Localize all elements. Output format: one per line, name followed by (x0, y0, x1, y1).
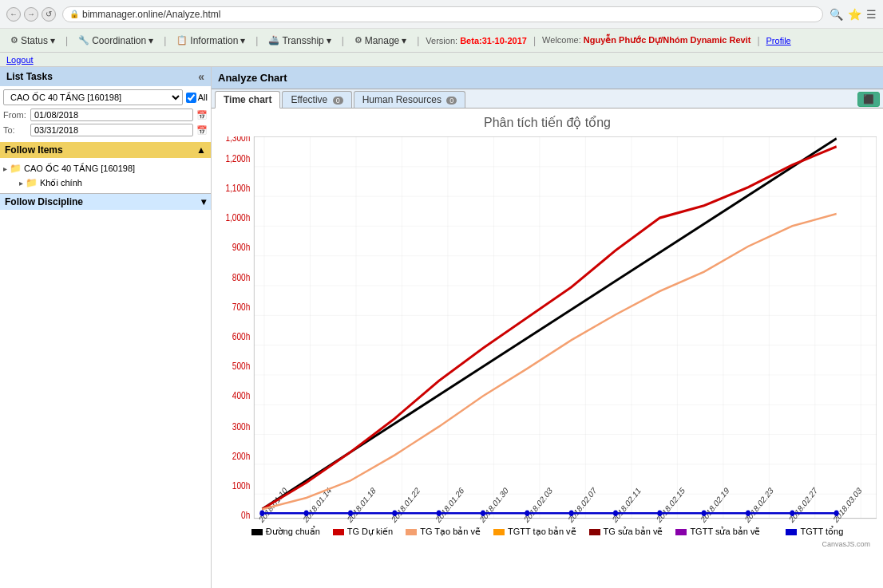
legend-label-3: TGTT tạo bản vẽ (508, 527, 576, 537)
sep1: | (62, 35, 71, 46)
coordination-chevron: ▾ (148, 35, 153, 46)
transship-menu[interactable]: 🚢 Transship ▾ (264, 34, 335, 48)
tree-item-2[interactable]: ▸ 📁 Khối chính (0, 176, 211, 190)
canvasjs-credit: CanvasJS.com (218, 540, 877, 548)
follow-items-label: Follow Items (5, 144, 63, 156)
legend-item-6: TGTT tổng (786, 527, 843, 537)
svg-point-37 (525, 510, 529, 516)
browser-bar: ← → ↺ 🔒 bimmanager.online/Analyze.html 🔍… (0, 0, 883, 29)
status-label: Status (21, 35, 48, 46)
list-tasks-label: List Tasks (6, 71, 53, 82)
tab-time-chart[interactable]: Time chart (215, 91, 280, 109)
reload-button[interactable]: ↺ (42, 7, 56, 22)
transship-chevron: ▾ (327, 35, 331, 46)
follow-items-chevron: ▲ (196, 144, 206, 156)
legend-swatch-3 (493, 529, 505, 535)
legend-item-0: Đường chuẩn (251, 527, 320, 537)
tree-item-label-1: CAO ỐC 40 TẦNG [160198] (24, 164, 135, 174)
svg-point-44 (834, 510, 839, 516)
svg-point-34 (392, 510, 397, 516)
lock-icon: 🔒 (69, 10, 79, 18)
follow-discipline-chevron: ▾ (201, 196, 206, 207)
svg-text:1,300h: 1,300h (225, 136, 250, 144)
address-bar[interactable]: 🔒 bimmanager.online/Analyze.html (62, 6, 823, 22)
content-header: Analyze Chart (212, 67, 883, 89)
svg-text:1,200h: 1,200h (225, 153, 250, 164)
version-value: Beta:31-10-2017 (460, 36, 527, 45)
chart-container: Phân tích tiến độ tổng 0h 100h 200h 300h… (212, 109, 883, 588)
follow-discipline-header[interactable]: Follow Discipline ▾ (0, 193, 211, 210)
svg-text:800h: 800h (232, 272, 250, 282)
from-calendar-icon[interactable]: 📅 (196, 110, 208, 120)
legend-label-6: TGTT tổng (800, 527, 843, 537)
follow-items-header[interactable]: Follow Items ▲ (0, 142, 211, 158)
svg-point-41 (702, 510, 707, 516)
svg-point-40 (657, 510, 662, 516)
svg-point-38 (569, 510, 574, 516)
legend-label-5: TGTT sửa bản vẽ (690, 527, 760, 537)
from-input[interactable]: 01/08/2018 (30, 109, 193, 121)
svg-rect-14 (254, 136, 877, 519)
status-icon: ⚙ (10, 35, 18, 45)
task-section: CAO ỐC 40 TẦNG [160198] All From: 01/08/… (0, 86, 211, 142)
legend-item-2: TG Tạo bản vẽ (406, 527, 481, 537)
sidebar: List Tasks « CAO ỐC 40 TẦNG [160198] All… (0, 67, 212, 588)
tab-effective[interactable]: Effective 0 (282, 91, 351, 108)
logout-link[interactable]: Logout (6, 55, 34, 65)
legend-swatch-0 (251, 529, 263, 535)
browser-actions: 🔍 ⭐ ☰ (830, 8, 877, 21)
transship-icon: 🚢 (268, 35, 279, 45)
menu-icon[interactable]: ☰ (866, 8, 877, 21)
chart-legend: Đường chuẩn TG Dự kiến TG Tạo bản vẽ TGT… (218, 523, 877, 540)
search-icon[interactable]: 🔍 (830, 8, 843, 21)
task-select[interactable]: CAO ỐC 40 TẦNG [160198] (3, 89, 183, 105)
folder-icon-1: 📁 (10, 163, 22, 174)
manage-menu[interactable]: ⚙ Manage ▾ (350, 34, 410, 48)
svg-text:900h: 900h (232, 242, 250, 252)
expand-icon-1[interactable]: ▸ (3, 164, 7, 173)
status-menu[interactable]: ⚙ Status ▾ (6, 34, 59, 48)
expand-icon-2[interactable]: ▸ (19, 179, 23, 187)
tab-effective-badge: 0 (333, 97, 343, 105)
coordination-label: Coordination (92, 35, 146, 46)
sep7: | (754, 35, 762, 46)
all-checkbox-row: All (186, 93, 208, 103)
chart-area: 0h 100h 200h 300h 400h 500h 600h 700h 80… (218, 136, 877, 523)
manage-icon: ⚙ (354, 35, 362, 45)
tab-effective-label: Effective (291, 94, 327, 105)
legend-item-1: TG Dự kiến (333, 527, 393, 537)
welcome-info: Welcome: Nguyễn Phước Dự/Nhóm Dynamic Re… (542, 35, 750, 45)
information-icon: 📋 (176, 35, 188, 45)
follow-items-content: ▸ 📁 CAO ỐC 40 TẦNG [160198] ▸ 📁 Khối chí… (0, 158, 211, 193)
coordination-menu[interactable]: 🔧 Coordination ▾ (74, 34, 157, 48)
forward-button[interactable]: → (24, 7, 38, 22)
profile-link[interactable]: Profile (766, 36, 791, 45)
svg-point-35 (437, 510, 442, 516)
legend-swatch-1 (333, 529, 344, 535)
to-input[interactable]: 03/31/2018 (30, 124, 193, 136)
sep6: | (530, 35, 539, 46)
svg-text:100h: 100h (232, 479, 250, 490)
svg-text:400h: 400h (232, 390, 250, 401)
to-calendar-icon[interactable]: 📅 (196, 125, 208, 136)
svg-point-42 (746, 510, 750, 516)
tree-item-1[interactable]: ▸ 📁 CAO ỐC 40 TẦNG [160198] (0, 161, 211, 176)
bookmark-icon[interactable]: ⭐ (848, 8, 861, 21)
welcome-label: Welcome: (542, 35, 581, 45)
information-menu[interactable]: 📋 Information ▾ (172, 34, 249, 48)
main-layout: List Tasks « CAO ỐC 40 TẦNG [160198] All… (0, 67, 883, 588)
sidebar-header: List Tasks « (0, 67, 211, 86)
version-label: Version: (426, 36, 457, 45)
back-button[interactable]: ← (6, 7, 21, 22)
all-label: All (198, 93, 208, 102)
legend-label-0: Đường chuẩn (266, 527, 320, 537)
collapse-button[interactable]: « (198, 70, 204, 83)
url-text: bimmanager.online/Analyze.html (82, 9, 220, 20)
tab-human-resources[interactable]: Human Resources 0 (354, 91, 466, 108)
legend-label-2: TG Tạo bản vẽ (420, 527, 481, 537)
manage-chevron: ▾ (402, 35, 406, 46)
legend-item-3: TGTT tạo bản vẽ (493, 527, 576, 537)
export-button[interactable]: ⬛ (857, 92, 880, 107)
all-checkbox[interactable] (186, 93, 196, 103)
coordination-icon: 🔧 (78, 35, 89, 45)
